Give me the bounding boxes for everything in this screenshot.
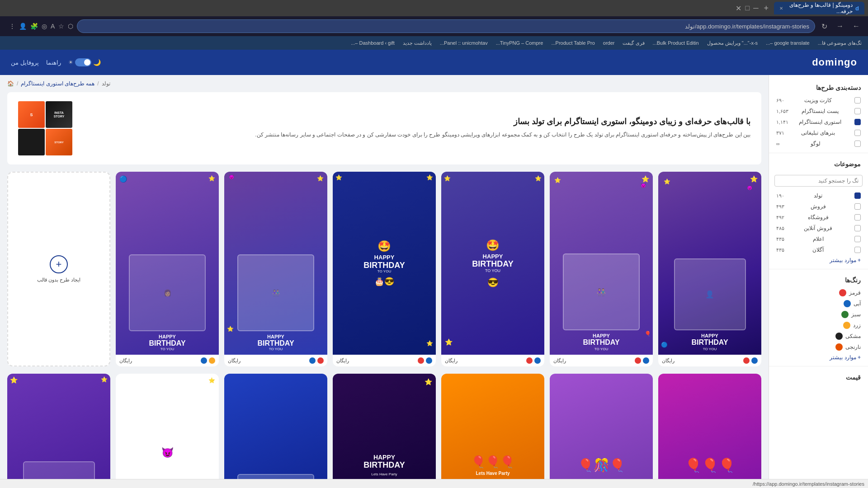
sidebar-label-online-sale: فروش آنلاین (804, 225, 832, 231)
sidebar-item-store[interactable]: فروشگاه ۴۹۲ (769, 212, 868, 223)
sidebar-checkbox-ad[interactable] (854, 247, 861, 253)
sidebar-checkbox-announce[interactable] (854, 236, 861, 242)
template-card-5[interactable]: ⭐ 😈 👫 HAPPY BIRTHDAY TO YOU ⭐ (224, 172, 327, 366)
bookmark-3[interactable]: Bulk Product Editin... (650, 39, 702, 47)
breadcrumb-sep: / (97, 80, 99, 87)
profile-link[interactable]: پروفایل من (11, 59, 39, 66)
back-button[interactable]: ← (850, 20, 863, 32)
forward-button[interactable]: → (834, 20, 846, 32)
color-item-yellow[interactable]: زرد (769, 320, 868, 331)
sidebar-checkbox-insta-story[interactable] (854, 119, 861, 125)
bookmark-7[interactable]: TinyPNG – Compre... (493, 39, 546, 47)
toggle-pill[interactable] (75, 58, 91, 66)
sidebar-count-birthday: ۱۹۰ (776, 193, 784, 199)
template-thumb-1: ⭐ ⭐ 😈 👤 HAPPY BIRTHDAY TO YOU 🔵 (658, 172, 761, 355)
template-card-1[interactable]: ⭐ ⭐ 😈 👤 HAPPY BIRTHDAY TO YOU 🔵 (658, 172, 761, 366)
dark-mode-toggle[interactable]: 🌙 ☀ (68, 58, 101, 66)
sidebar-item-birthday[interactable]: تولد ۱۹۰ (769, 190, 868, 201)
sidebar-item-announce[interactable]: اعلام ۴۳۵ (769, 234, 868, 244)
bookmark-8[interactable]: Panel :: unicmohtav... (437, 39, 491, 47)
translate-icon[interactable]: A (51, 23, 55, 30)
color-item-red[interactable]: قرمز (769, 287, 868, 298)
template-card-13[interactable]: 😈 HAPPYBIRTHDAYTO YOU ⭐ ⭐ (116, 374, 219, 479)
sidebar-checkbox-online-sale[interactable] (854, 225, 861, 231)
active-tab[interactable]: d دومینگو | قالب‌ها و طرح‌های حرفه‌... ✕ (774, 2, 864, 14)
color-item-green[interactable]: سبز (769, 309, 868, 320)
template-label-1: رایگان (662, 358, 675, 364)
bookmark-2[interactable]: x-s-"..." ویرایش محصول (704, 39, 760, 47)
guide-link[interactable]: راهنما (46, 59, 61, 66)
color-swatch-blue6 (201, 357, 207, 364)
extensions-icon[interactable]: 🧩 (30, 23, 38, 30)
star-icon[interactable]: ☆ (58, 23, 64, 30)
sidebar-item-insta-story[interactable]: استوری اینستاگرام ۱,۱۴۱ (769, 117, 868, 127)
color-item-black[interactable]: مشکی (769, 331, 868, 342)
template-card-14[interactable]: ⭐ ⭐ 👩‍💼 HAPPY BIRTHDAY TO YOU (7, 374, 110, 479)
create-card[interactable]: + ایجاد طرح بدون قالب (7, 172, 110, 366)
sidebar-item-banner[interactable]: بنرهای تبلیغاتی ۳۷۱ (769, 127, 868, 138)
maximize-button[interactable]: □ (745, 4, 750, 13)
logo[interactable]: domingo (812, 56, 857, 68)
template-card-8[interactable]: 🎈🎈🎈 HAPPY BIRTHDAY (658, 374, 761, 479)
sidebar-checkbox-sale[interactable] (854, 203, 861, 210)
color-dot-blue (844, 300, 851, 307)
template-card-2[interactable]: ⭐ ⭐ 😈 👫 HAPPY BIRTHDAY TO YOU 🎈 (550, 172, 653, 366)
refresh-button[interactable]: ↻ (819, 20, 830, 33)
bookmark-4[interactable]: فری گیفت (620, 39, 647, 47)
sidebar-item-logo[interactable]: لوگو ∞ (769, 138, 868, 149)
sidebar-item-online-sale[interactable]: فروش آنلاین ۴۸۵ (769, 223, 868, 234)
app-container: domingo 🌙 ☀ راهنما پروفایل من دسته‌بندی … (0, 50, 868, 488)
colors-more-link[interactable]: + موارد بیشتر (769, 352, 868, 362)
menu-icon[interactable]: ⋮ (9, 23, 15, 30)
minimize-button[interactable]: ─ (753, 4, 758, 13)
color-item-blue[interactable]: آبی (769, 298, 868, 309)
sidebar-label-store: فروشگاه (808, 214, 829, 221)
sidebar-checkbox-birthday[interactable] (854, 192, 861, 199)
sidebar-checkbox-insta-post[interactable] (854, 108, 861, 114)
sidebar-search[interactable] (769, 171, 868, 190)
sidebar-checkbox-banner[interactable] (854, 130, 861, 136)
template-card-4[interactable]: ⭐ ⭐ 🤩 HAPPY BIRTHDAY TO YOU 😎🎂 ⭐ (333, 172, 436, 366)
card-emoji-bottom-3: 😎 (487, 277, 499, 288)
header-right: 🌙 ☀ راهنما پروفایل من (11, 58, 101, 66)
color-item-orange[interactable]: نارنجی (769, 342, 868, 352)
address-bar[interactable]: app.domingo.ir/templates/instagram-stori… (77, 19, 815, 33)
bookmark-5[interactable]: order (600, 39, 618, 47)
bookmark-6[interactable]: Product Table Pro... (548, 39, 597, 47)
template-card-3[interactable]: ⭐ ⭐ 🤩 HAPPY BIRTHDAY TO YOU 😎 ⭐ (441, 172, 544, 366)
bookmark-10[interactable]: Dashboard ‹ gift –... (348, 39, 397, 47)
close-button[interactable]: ✕ (736, 4, 741, 13)
sidebar-label-business-card: کارت ویزیت (804, 97, 832, 103)
template-card-11[interactable]: HAPPYBIRTHDAYLets Have Party ⭐ ⭐ (333, 374, 436, 479)
sidebar-item-sale[interactable]: فروش ۴۹۳ (769, 201, 868, 212)
bookmark-1[interactable]: google translate –... (763, 39, 812, 47)
sidebar-item-business-card[interactable]: کارت ویزیت ۶۹۰ (769, 95, 868, 106)
new-tab-button[interactable]: + (760, 4, 772, 13)
sidebar-item-ad[interactable]: آگلان ۴۳۵ (769, 244, 868, 255)
breadcrumb: تولد / همه طرح‌های استوری اینستاگرام / 🏠 (7, 80, 761, 87)
sidebar-checkbox-logo[interactable] (854, 141, 861, 147)
breadcrumb-all-templates[interactable]: همه طرح‌های استوری اینستاگرام (21, 80, 94, 87)
card-photo-placeholder-6: 👩 (129, 254, 206, 331)
sidebar-checkbox-business-card[interactable] (854, 97, 861, 103)
breadcrumb-home-icon[interactable]: 🏠 (7, 80, 14, 87)
profile-icon[interactable]: 👤 (19, 23, 27, 30)
topic-search-input[interactable] (774, 175, 863, 187)
sidebar-checkbox-store[interactable] (854, 214, 861, 221)
card-photo-placeholder-12: 👤 (237, 474, 314, 479)
tab-close-button[interactable]: ✕ (779, 6, 783, 11)
hero-thumb-2: S (18, 101, 45, 128)
extension-icon[interactable]: ⬡ (68, 23, 73, 30)
template-card-12[interactable]: 👤 (224, 374, 327, 479)
template-card-10[interactable]: 🎈🎈🎈 Lets Have Party (441, 374, 544, 479)
bookmark-9[interactable]: یادداشت جدید (400, 39, 434, 47)
sidebar-item-insta-post[interactable]: پست اینستاگرام ۱,۶۵۳ (769, 106, 868, 117)
chrome-icon[interactable]: ◎ (42, 23, 47, 30)
sidebar-section-colors-title: رنگ‌ها (769, 273, 868, 287)
template-card-6[interactable]: ⭐ 🔵 👩 HAPPY BIRTHDAY TO YOU (116, 172, 219, 366)
topics-more-link[interactable]: + موارد بیشتر (769, 255, 868, 265)
hero-thumbnail-grid: INSTASTORY S STORY (18, 101, 72, 155)
create-plus-icon[interactable]: + (50, 255, 68, 273)
bookmark-0[interactable]: تگ‌های موضوعی قا... (815, 39, 864, 47)
template-card-9[interactable]: 🎈🎊🎈 HAPPY BIRTHDAY (550, 374, 653, 479)
